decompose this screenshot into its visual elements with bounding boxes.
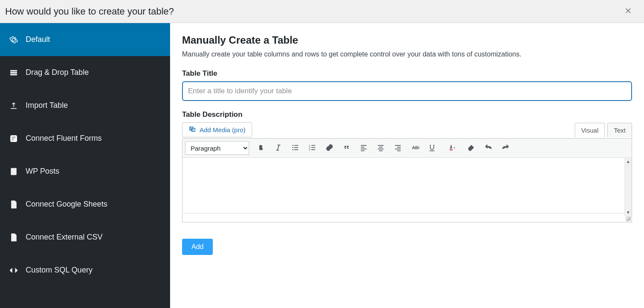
- link-icon: [325, 143, 334, 153]
- add-button[interactable]: Add: [182, 239, 213, 255]
- link-button[interactable]: [322, 140, 337, 156]
- editor-toolbar: Paragraph 123: [182, 139, 632, 158]
- main-panel: Manually Create a Table Manually create …: [170, 23, 644, 308]
- editor-area-wrap: ▲ ▼: [182, 158, 632, 222]
- bullet-list-icon: [291, 143, 300, 153]
- sidebar-item-sql[interactable]: Custom SQL Query: [0, 254, 170, 287]
- text-color-icon: [447, 143, 456, 153]
- resize-grip-icon[interactable]: [626, 216, 631, 221]
- quote-button[interactable]: [339, 140, 354, 156]
- svg-rect-35: [429, 150, 435, 151]
- upload-icon: [9, 101, 18, 110]
- add-media-button[interactable]: Add Media (pro): [182, 122, 252, 137]
- svg-point-10: [292, 145, 294, 146]
- sidebar-item-fluent-forms[interactable]: Connect Fluent Forms: [0, 122, 170, 155]
- editor-footer: [182, 215, 632, 222]
- align-center-button[interactable]: [373, 140, 388, 156]
- svg-point-11: [292, 147, 294, 148]
- align-left-icon: [359, 143, 368, 153]
- svg-point-9: [190, 127, 191, 128]
- bullet-list-button[interactable]: [288, 140, 303, 156]
- svg-text:3: 3: [309, 148, 310, 151]
- underline-button[interactable]: [424, 140, 440, 156]
- svg-text:ABC: ABC: [412, 145, 419, 150]
- sidebar: Default Drag & Drop Table Import Table C…: [0, 23, 170, 308]
- svg-rect-36: [450, 149, 453, 150]
- svg-rect-5: [12, 138, 15, 139]
- close-icon: [624, 7, 632, 16]
- italic-button[interactable]: [271, 140, 286, 156]
- svg-point-12: [292, 149, 294, 150]
- file-icon: [9, 233, 18, 242]
- align-left-button[interactable]: [356, 140, 371, 156]
- sidebar-item-import[interactable]: Import Table: [0, 89, 170, 122]
- code-icon: [9, 266, 18, 275]
- sidebar-item-wp-posts[interactable]: WP Posts: [0, 155, 170, 188]
- editor-tabs: Visual Text: [575, 123, 632, 137]
- sheet-icon: [9, 200, 18, 209]
- underline-icon: [428, 143, 436, 153]
- form-icon: [9, 134, 18, 143]
- svg-rect-31: [397, 147, 400, 148]
- format-select[interactable]: Paragraph: [185, 141, 249, 155]
- quote-icon: [342, 143, 351, 153]
- sidebar-item-label: Connect External CSV: [26, 233, 103, 242]
- svg-rect-24: [361, 148, 366, 149]
- sidebar-item-default[interactable]: Default: [0, 23, 170, 56]
- undo-button[interactable]: [481, 140, 496, 156]
- numbered-list-icon: 123: [308, 143, 317, 153]
- align-right-button[interactable]: [390, 140, 406, 156]
- numbered-list-button[interactable]: 123: [305, 140, 320, 156]
- align-right-icon: [394, 143, 402, 153]
- svg-rect-6: [12, 139, 14, 140]
- undo-icon: [484, 143, 493, 153]
- svg-rect-4: [12, 136, 16, 137]
- sidebar-item-label: Import Table: [26, 101, 68, 110]
- svg-rect-27: [379, 147, 382, 148]
- svg-rect-19: [312, 145, 315, 146]
- close-button[interactable]: [621, 5, 635, 18]
- svg-rect-29: [379, 150, 382, 151]
- sidebar-item-label: Connect Fluent Forms: [26, 134, 102, 143]
- posts-icon: [9, 167, 18, 176]
- gear-icon: [9, 36, 18, 44]
- media-icon: [188, 125, 196, 134]
- svg-rect-26: [378, 145, 383, 146]
- svg-rect-1: [11, 72, 17, 73]
- sidebar-item-label: Connect Google Sheets: [26, 200, 107, 209]
- strikethrough-icon: ABC: [411, 143, 419, 153]
- table-title-input[interactable]: [182, 81, 632, 101]
- svg-rect-21: [312, 149, 315, 150]
- editor-scrollbar[interactable]: ▲ ▼: [624, 158, 632, 216]
- sidebar-item-label: Default: [26, 35, 50, 44]
- sidebar-item-external-csv[interactable]: Connect External CSV: [0, 221, 170, 254]
- svg-rect-28: [378, 148, 383, 149]
- table-description-label: Table Description: [182, 110, 632, 119]
- svg-rect-13: [294, 145, 298, 146]
- svg-rect-23: [361, 147, 364, 148]
- tab-text[interactable]: Text: [607, 123, 632, 137]
- scroll-up-icon: ▲: [626, 158, 630, 165]
- modal-header: How would you like to create your table?: [0, 0, 644, 23]
- svg-rect-32: [395, 148, 400, 149]
- modal-body: Default Drag & Drop Table Import Table C…: [0, 23, 644, 308]
- description-textarea[interactable]: [182, 158, 632, 213]
- svg-rect-2: [11, 74, 17, 75]
- svg-rect-33: [397, 150, 400, 151]
- tab-visual[interactable]: Visual: [575, 123, 605, 137]
- bold-button[interactable]: [253, 140, 269, 156]
- sidebar-item-label: Drag & Drop Table: [26, 68, 89, 77]
- sidebar-item-google-sheets[interactable]: Connect Google Sheets: [0, 188, 170, 221]
- sidebar-item-drag-drop[interactable]: Drag & Drop Table: [0, 56, 170, 89]
- strikethrough-button[interactable]: ABC: [407, 140, 423, 156]
- svg-rect-14: [294, 147, 298, 148]
- sidebar-item-label: WP Posts: [26, 167, 59, 176]
- modal-title: How would you like to create your table?: [5, 6, 174, 17]
- svg-rect-7: [11, 168, 16, 175]
- text-color-button[interactable]: [441, 140, 462, 156]
- clear-format-button[interactable]: [464, 140, 479, 156]
- sidebar-item-label: Custom SQL Query: [26, 266, 92, 275]
- redo-button[interactable]: [498, 140, 513, 156]
- add-media-label: Add Media (pro): [200, 126, 246, 133]
- italic-icon: [274, 143, 282, 153]
